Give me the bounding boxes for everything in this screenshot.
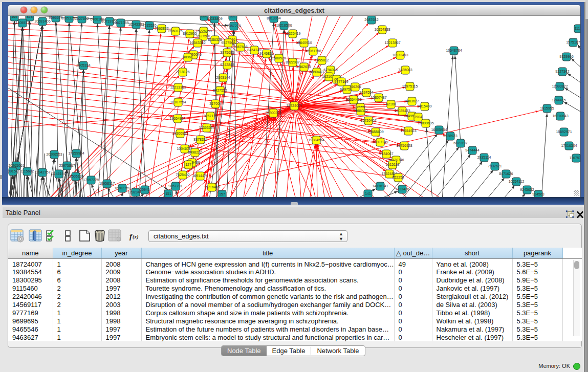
svg-text:12975115: 12975115 [402, 84, 418, 88]
svg-text:14136141: 14136141 [372, 184, 388, 188]
svg-text:18640910: 18640910 [296, 41, 312, 45]
svg-text:9245652: 9245652 [520, 188, 534, 191]
svg-text:6794028: 6794028 [323, 68, 337, 72]
svg-text:12942757: 12942757 [34, 170, 50, 174]
svg-text:151: 151 [165, 192, 171, 195]
svg-text:7357224: 7357224 [227, 24, 241, 28]
svg-text:10807487: 10807487 [371, 96, 386, 99]
svg-text:15692971: 15692971 [556, 130, 572, 134]
svg-text:26265061: 26265061 [8, 164, 24, 167]
svg-text:17957225: 17957225 [83, 178, 99, 182]
svg-text:1615112: 1615112 [386, 163, 400, 166]
svg-text:9463627: 9463627 [405, 99, 419, 103]
svg-text:3875685: 3875685 [220, 51, 234, 54]
svg-text:8878334: 8878334 [193, 138, 207, 141]
svg-text:12093822: 12093822 [552, 84, 568, 88]
svg-text:169: 169 [11, 16, 17, 18]
svg-text:19218506: 19218506 [276, 24, 292, 27]
svg-text:8186328: 8186328 [208, 38, 222, 41]
svg-text:17359924: 17359924 [68, 151, 84, 155]
svg-text:11353594: 11353594 [199, 126, 215, 129]
svg-text:1527602: 1527602 [75, 17, 89, 20]
svg-text:1362615: 1362615 [297, 65, 311, 69]
svg-text:2718126: 2718126 [176, 70, 189, 74]
svg-text:9329966: 9329966 [559, 55, 573, 58]
svg-text:2935114: 2935114 [477, 156, 491, 159]
svg-text:19654923: 19654923 [400, 129, 416, 133]
svg-text:2905334: 2905334 [76, 63, 90, 67]
svg-text:881: 881 [230, 16, 236, 18]
svg-text:9146821: 9146821 [259, 52, 273, 55]
svg-text:7625402: 7625402 [176, 173, 189, 177]
svg-text:16961758: 16961758 [305, 49, 321, 53]
svg-text:10025433: 10025433 [394, 109, 410, 113]
svg-text:1244415: 1244415 [552, 98, 565, 102]
svg-text:157: 157 [219, 192, 225, 196]
svg-text:20206553: 20206553 [46, 152, 62, 156]
svg-text:10046786: 10046786 [177, 147, 192, 150]
svg-text:9815400: 9815400 [418, 104, 431, 108]
svg-text:98961: 98961 [183, 55, 193, 59]
svg-text:9857791: 9857791 [168, 184, 182, 188]
svg-text:1615955: 1615955 [540, 106, 554, 110]
svg-text:7932621: 7932621 [488, 164, 502, 168]
svg-text:9527500: 9527500 [196, 34, 210, 38]
svg-text:746266: 746266 [349, 85, 361, 89]
svg-text:141: 141 [365, 192, 371, 195]
svg-text:16210643: 16210643 [552, 114, 568, 118]
svg-text:7663822: 7663822 [155, 27, 168, 30]
svg-text:16543382: 16543382 [128, 23, 144, 26]
svg-text:16782759: 16782759 [114, 186, 130, 190]
svg-text:9227342: 9227342 [555, 70, 569, 73]
svg-text:1575107: 1575107 [566, 40, 580, 44]
svg-text:8912955: 8912955 [183, 32, 197, 35]
svg-text:1112: 1112 [575, 27, 580, 30]
svg-text:12213369: 12213369 [170, 85, 186, 89]
svg-text:7955812: 7955812 [315, 58, 329, 62]
svg-text:39154: 39154 [8, 169, 18, 173]
svg-text:19756928: 19756928 [396, 144, 412, 147]
svg-text:7904: 7904 [414, 115, 422, 119]
svg-text:15716485: 15716485 [204, 185, 220, 189]
svg-text:25300293: 25300293 [265, 111, 281, 115]
svg-text:1167533: 1167533 [570, 156, 580, 160]
svg-text:10688609: 10688609 [367, 130, 383, 134]
svg-text:18724007: 18724007 [286, 104, 302, 107]
svg-text:19384554: 19384554 [308, 138, 324, 142]
svg-text:924563: 924563 [532, 192, 544, 196]
svg-text:2803144: 2803144 [216, 76, 230, 79]
svg-text:8813054: 8813054 [267, 16, 280, 20]
svg-text:8322037: 8322037 [286, 60, 299, 64]
svg-text:3498222: 3498222 [188, 150, 202, 154]
svg-text:6879197: 6879197 [453, 141, 467, 145]
svg-text:3267110: 3267110 [204, 114, 217, 118]
svg-text:10973493: 10973493 [392, 53, 408, 57]
svg-text:127: 127 [185, 163, 191, 166]
svg-text:5938923: 5938923 [443, 134, 457, 138]
svg-text:8427552: 8427552 [213, 89, 227, 92]
svg-text:1588520: 1588520 [272, 56, 286, 60]
svg-text:9474444: 9474444 [465, 148, 479, 152]
svg-text:(x): (x) [133, 234, 139, 240]
svg-text:19654924: 19654924 [169, 117, 185, 120]
svg-text:10648784: 10648784 [446, 49, 462, 52]
svg-text:2867608: 2867608 [233, 45, 247, 49]
svg-text:252254: 252254 [392, 176, 404, 179]
svg-text:8990443: 8990443 [310, 70, 323, 74]
svg-text:16914479: 16914479 [192, 174, 208, 178]
svg-text:12213967: 12213967 [384, 41, 400, 45]
svg-text:10107554: 10107554 [170, 100, 186, 104]
svg-text:7986322: 7986322 [354, 109, 367, 113]
svg-text:10654112: 10654112 [509, 180, 525, 183]
svg-text:1405571: 1405571 [15, 21, 29, 25]
svg-text:19166825: 19166825 [172, 132, 188, 135]
svg-text:12505135: 12505135 [68, 174, 83, 178]
svg-text:7485003: 7485003 [398, 68, 412, 72]
svg-text:9242848: 9242848 [220, 63, 234, 67]
svg-text:16543362: 16543362 [189, 41, 205, 45]
svg-text:23975867: 23975867 [59, 164, 75, 167]
svg-text:3624554: 3624554 [359, 91, 373, 94]
svg-text:9527508: 9527508 [221, 41, 235, 45]
svg-text:11325419: 11325419 [285, 32, 301, 35]
svg-text:16405954: 16405954 [431, 128, 447, 132]
